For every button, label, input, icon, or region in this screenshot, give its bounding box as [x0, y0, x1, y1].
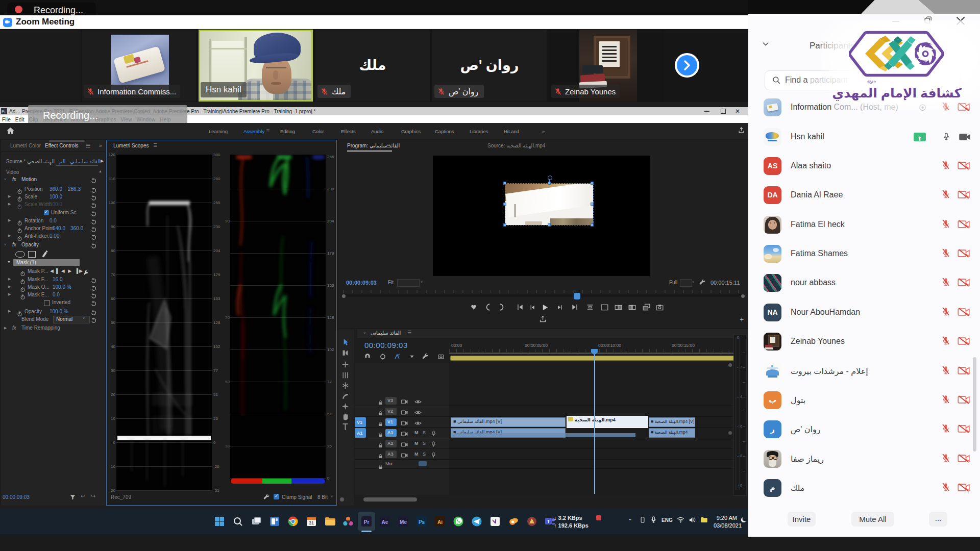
svg-text:Me: Me [400, 519, 407, 525]
svg-text:Ai: Ai [437, 519, 443, 525]
svg-text:Ps: Ps [419, 519, 425, 525]
svg-text:31: 31 [309, 520, 314, 525]
svg-text:T: T [547, 519, 550, 524]
svg-text:Pr: Pr [364, 519, 370, 525]
svg-text:Ae: Ae [382, 519, 388, 525]
